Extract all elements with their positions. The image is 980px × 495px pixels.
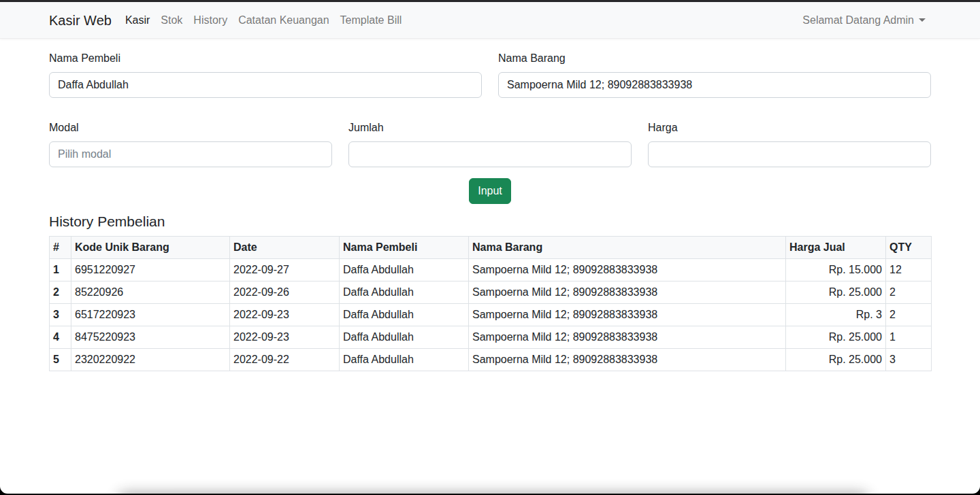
cell-nama-pembeli: Daffa Abdullah — [340, 281, 469, 304]
cell-harga-jual: Rp. 3 — [786, 304, 886, 326]
cell-date: 2022-09-26 — [230, 281, 340, 304]
cell-nama-pembeli: Daffa Abdullah — [340, 304, 469, 326]
nav-item-kasir[interactable]: Kasir — [120, 7, 155, 34]
cell-nama-barang: Sampoerna Mild 12; 89092883833938 — [469, 349, 786, 371]
navbar: Kasir Web Kasir Stok History Catatan Keu… — [0, 2, 980, 39]
nama-pembeli-input[interactable] — [49, 72, 482, 98]
nav-item-history[interactable]: History — [188, 7, 233, 34]
browser-window: Kasir Web Kasir Stok History Catatan Keu… — [0, 0, 980, 494]
table-header-row: # Kode Unik Barang Date Nama Pembeli Nam… — [50, 237, 932, 259]
jumlah-label: Jumlah — [348, 120, 632, 136]
cell-qty: 12 — [886, 259, 932, 281]
cell-harga-jual: Rp. 25.000 — [786, 349, 886, 371]
table-row: 3 6517220923 2022-09-23 Daffa Abdullah S… — [50, 304, 932, 326]
nama-barang-label: Nama Barang — [498, 50, 931, 67]
cell-kode: 6951220927 — [71, 259, 230, 281]
cell-nama-barang: Sampoerna Mild 12; 89092883833938 — [469, 304, 786, 326]
brand-kasir-web[interactable]: Kasir Web — [49, 12, 112, 29]
cell-date: 2022-09-23 — [230, 304, 340, 326]
cell-date: 2022-09-23 — [230, 326, 340, 349]
cell-index: 1 — [50, 259, 71, 281]
main-content: Nama Pembeli Nama Barang Modal Jumlah Ha… — [41, 50, 939, 371]
cell-harga-jual: Rp. 25.000 — [786, 281, 886, 304]
col-header-index: # — [50, 237, 71, 259]
modal-label: Modal — [49, 120, 332, 136]
cell-qty: 2 — [886, 304, 932, 326]
input-button[interactable]: Input — [469, 178, 511, 204]
nav-item-template-bill[interactable]: Template Bill — [335, 7, 408, 34]
nama-pembeli-label: Nama Pembeli — [49, 50, 482, 67]
cell-date: 2022-09-27 — [230, 259, 340, 281]
nav-links: Kasir Stok History Catatan Keuangan Temp… — [120, 7, 407, 34]
cell-qty: 3 — [886, 349, 932, 371]
cell-harga-jual: Rp. 25.000 — [786, 326, 886, 349]
nama-barang-input[interactable] — [498, 72, 931, 98]
cell-index: 3 — [50, 304, 71, 326]
chevron-down-icon — [919, 18, 926, 22]
cell-nama-pembeli: Daffa Abdullah — [340, 349, 469, 371]
col-header-date: Date — [230, 237, 340, 259]
cell-nama-pembeli: Daffa Abdullah — [340, 326, 469, 349]
cell-qty: 2 — [886, 281, 932, 304]
harga-label: Harga — [648, 120, 931, 136]
col-header-qty: QTY — [886, 237, 932, 259]
cell-kode: 8475220923 — [71, 326, 230, 349]
cell-index: 2 — [50, 281, 71, 304]
modal-input[interactable] — [49, 141, 332, 167]
harga-input[interactable] — [648, 141, 931, 167]
user-dropdown[interactable]: Selamat Datang Admin — [797, 7, 931, 34]
cell-kode: 6517220923 — [71, 304, 230, 326]
form-row-1: Nama Pembeli Nama Barang — [41, 50, 939, 98]
cell-harga-jual: Rp. 15.000 — [786, 259, 886, 281]
cell-qty: 1 — [886, 326, 932, 349]
cell-date: 2022-09-22 — [230, 349, 340, 371]
jumlah-input[interactable] — [348, 141, 632, 167]
history-title: History Pembelian — [49, 212, 931, 231]
history-table: # Kode Unik Barang Date Nama Pembeli Nam… — [49, 236, 932, 371]
form-row-2: Modal Jumlah Harga — [41, 120, 939, 167]
table-row: 5 2320220922 2022-09-22 Daffa Abdullah S… — [50, 349, 932, 371]
table-row: 2 85220926 2022-09-26 Daffa Abdullah Sam… — [50, 281, 932, 304]
cell-index: 4 — [50, 326, 71, 349]
cell-nama-barang: Sampoerna Mild 12; 89092883833938 — [469, 259, 786, 281]
dock-shadow — [117, 493, 869, 494]
cell-kode: 2320220922 — [71, 349, 230, 371]
cell-nama-barang: Sampoerna Mild 12; 89092883833938 — [469, 326, 786, 349]
col-header-nama-barang: Nama Barang — [469, 237, 786, 259]
table-row: 4 8475220923 2022-09-23 Daffa Abdullah S… — [50, 326, 932, 349]
table-row: 1 6951220927 2022-09-27 Daffa Abdullah S… — [50, 259, 932, 281]
nav-item-stok[interactable]: Stok — [155, 7, 188, 34]
cell-index: 5 — [50, 349, 71, 371]
cell-kode: 85220926 — [71, 281, 230, 304]
user-dropdown-label: Selamat Datang Admin — [802, 12, 914, 29]
cell-nama-pembeli: Daffa Abdullah — [340, 259, 469, 281]
col-header-nama-pembeli: Nama Pembeli — [340, 237, 469, 259]
col-header-kode: Kode Unik Barang — [71, 237, 230, 259]
nav-item-catatan-keuangan[interactable]: Catatan Keuangan — [233, 7, 334, 34]
cell-nama-barang: Sampoerna Mild 12; 89092883833938 — [469, 281, 786, 304]
col-header-harga-jual: Harga Jual — [786, 237, 886, 259]
